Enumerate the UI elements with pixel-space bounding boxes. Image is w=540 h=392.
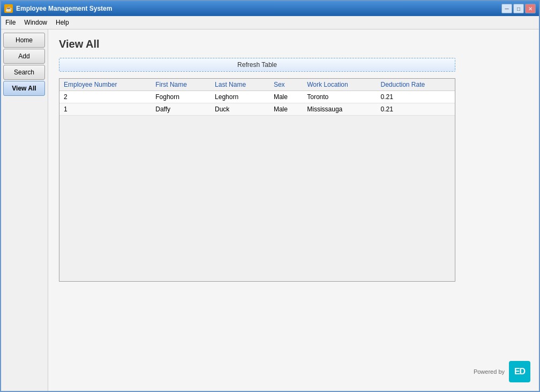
nav-search[interactable]: Search (3, 65, 45, 80)
minimize-button[interactable]: ─ (501, 4, 512, 13)
maximize-button[interactable]: □ (513, 4, 524, 13)
window-title: Employee Management System (16, 5, 112, 12)
main-panel: View All Refresh Table Employee Number F… (48, 29, 539, 391)
nav-home[interactable]: Home (3, 33, 45, 48)
page-title: View All (59, 38, 528, 50)
table-row[interactable]: 1DaffyDuckMaleMississauga0.21 (59, 103, 455, 116)
sidebar: Home Add Search View All (1, 29, 48, 391)
cell-sex: Male (269, 91, 303, 103)
table-header-row: Employee Number First Name Last Name Sex… (59, 79, 455, 91)
window-body: Home Add Search View All View All Refres… (1, 29, 539, 391)
nav-view-all[interactable]: View All (3, 81, 45, 96)
cell-first-name: Daffy (151, 103, 211, 116)
col-last-name: Last Name (211, 79, 269, 91)
menu-bar: File Window Help (1, 16, 539, 29)
footer: Powered by ED (474, 361, 530, 382)
main-window: ☕ Employee Management System ─ □ ✕ File … (0, 0, 540, 392)
menu-help[interactable]: Help (51, 17, 73, 28)
cell-deduction-rate: 0.21 (376, 103, 455, 116)
col-first-name: First Name (151, 79, 211, 91)
col-work-location: Work Location (303, 79, 376, 91)
col-employee-number: Employee Number (59, 79, 151, 91)
title-bar: ☕ Employee Management System ─ □ ✕ (1, 1, 539, 16)
cell-work-location: Toronto (303, 91, 376, 103)
col-sex: Sex (269, 79, 303, 91)
cell-employee-number: 2 (59, 91, 151, 103)
employee-table-container: Employee Number First Name Last Name Sex… (59, 78, 455, 282)
menu-window[interactable]: Window (20, 17, 51, 28)
powered-by-label: Powered by (474, 368, 505, 375)
app-icon: ☕ (4, 4, 13, 13)
title-bar-left: ☕ Employee Management System (4, 4, 112, 13)
menu-file[interactable]: File (1, 17, 20, 28)
cell-employee-number: 1 (59, 103, 151, 116)
nav-add[interactable]: Add (3, 49, 45, 64)
close-button[interactable]: ✕ (525, 4, 536, 13)
ed-logo: ED (509, 361, 530, 382)
cell-sex: Male (269, 103, 303, 116)
cell-last-name: Duck (211, 103, 269, 116)
refresh-table-button[interactable]: Refresh Table (59, 58, 455, 72)
cell-work-location: Mississauga (303, 103, 376, 116)
cell-deduction-rate: 0.21 (376, 91, 455, 103)
table-row[interactable]: 2FoghornLeghornMaleToronto0.21 (59, 91, 455, 103)
title-bar-buttons: ─ □ ✕ (501, 4, 536, 13)
cell-first-name: Foghorn (151, 91, 211, 103)
cell-last-name: Leghorn (211, 91, 269, 103)
employee-table: Employee Number First Name Last Name Sex… (59, 79, 455, 116)
content-area: Home Add Search View All View All Refres… (1, 29, 539, 391)
col-deduction-rate: Deduction Rate (376, 79, 455, 91)
